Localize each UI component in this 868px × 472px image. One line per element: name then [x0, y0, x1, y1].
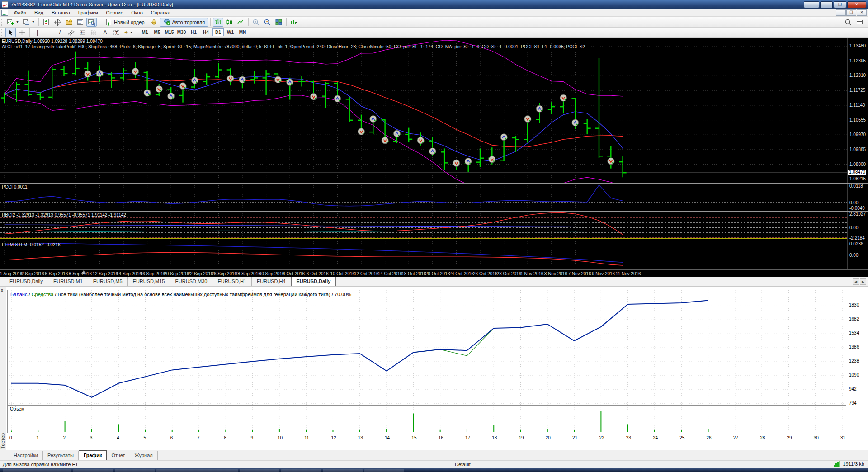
tester-tab-1[interactable]: Настройки — [9, 451, 43, 460]
trade-marker[interactable] — [560, 94, 567, 101]
trade-marker[interactable] — [465, 158, 472, 165]
crosshair-button[interactable] — [17, 28, 27, 37]
new-chart-button[interactable]: ▼ — [5, 18, 20, 27]
tile-windows-button[interactable] — [274, 18, 284, 27]
titlebar-extra-button[interactable] — [804, 1, 819, 8]
timeframe-button-h1[interactable]: H1 — [188, 28, 199, 36]
trade-marker[interactable] — [144, 90, 151, 96]
strategy-tester-button[interactable] — [86, 18, 97, 27]
trade-marker[interactable] — [524, 116, 531, 123]
date-axis[interactable]: 31 Aug 20162 Sep 20166 Sep 20168 Sep 201… — [0, 269, 868, 277]
chart-tab[interactable]: EURUSD,M1 — [48, 277, 88, 286]
tester-tab-4[interactable]: Отчет — [107, 451, 130, 460]
chart-tab[interactable]: EURUSD,Daily — [5, 277, 48, 286]
vertical-line-button[interactable]: | — [32, 28, 42, 37]
data-window-button[interactable] — [52, 18, 63, 27]
trade-marker[interactable] — [85, 71, 91, 77]
menu-item-вид[interactable]: Вид — [30, 9, 47, 16]
text-label-button[interactable]: T — [111, 28, 122, 37]
text-button[interactable]: A — [100, 28, 110, 37]
balance-chart[interactable]: Баланс / Средства / Все тики (наиболее т… — [7, 290, 846, 405]
minimize-button[interactable]: — — [820, 1, 833, 8]
tester-tab-2[interactable]: Результаты — [43, 451, 79, 460]
menu-item-сервис[interactable]: Сервис — [102, 9, 127, 16]
timeframe-button-w1[interactable]: W1 — [225, 28, 236, 36]
fibonacci-button[interactable]: f — [77, 28, 88, 37]
trade-marker[interactable] — [500, 134, 507, 141]
search-button[interactable] — [843, 18, 854, 27]
trade-marker[interactable] — [393, 130, 400, 137]
menu-item-справка[interactable]: Справка — [147, 9, 175, 16]
chart-tab[interactable]: EURUSD,Daily — [291, 277, 336, 286]
zoom-in-button[interactable] — [251, 18, 261, 27]
trade-marker[interactable] — [239, 76, 246, 83]
chart-tab[interactable]: EURUSD,M5 — [88, 277, 128, 286]
trade-marker[interactable] — [334, 95, 341, 102]
trade-marker[interactable] — [358, 128, 365, 135]
menu-item-графики[interactable]: Графики — [74, 9, 102, 16]
chart-tab[interactable]: EURUSD,M30 — [170, 277, 212, 286]
pcci-indicator-panel[interactable]: PCCI 0.0011 0.01180.00-0.0049 — [0, 184, 868, 211]
trade-marker[interactable] — [96, 70, 103, 77]
layout-button[interactable] — [854, 18, 865, 27]
trade-marker[interactable] — [608, 158, 614, 165]
trade-marker[interactable] — [382, 137, 388, 144]
profiles-button[interactable]: ▼ — [21, 18, 36, 27]
child-minimize-button[interactable]: ▁ — [836, 9, 846, 16]
chart-tab[interactable]: EURUSD,H4 — [252, 277, 291, 286]
trendline-button[interactable]: / — [55, 28, 65, 37]
child-close-button[interactable]: ✕ — [857, 9, 867, 16]
indicators-button[interactable] — [289, 18, 299, 27]
rbci2-indicator-panel[interactable]: RBCI2 -1.32913 -1.32913 0.95571 -0.95571… — [0, 212, 868, 241]
windows-taskbar[interactable] — [0, 468, 868, 472]
menu-item-окно[interactable]: Окно — [127, 9, 147, 16]
timeframe-button-h4[interactable]: H4 — [200, 28, 212, 36]
volume-chart[interactable]: Объем — [7, 405, 846, 433]
chart-bars-button[interactable] — [213, 18, 223, 27]
trade-marker[interactable] — [191, 77, 198, 84]
chart-tab[interactable]: EURUSD,M15 — [128, 277, 170, 286]
trade-marker[interactable] — [168, 93, 175, 99]
timeframe-button-d1[interactable]: D1 — [212, 28, 224, 36]
trade-marker[interactable] — [287, 79, 293, 85]
zoom-out-button[interactable] — [262, 18, 273, 27]
chart-window[interactable]: EURUSD,Daily 1.08920 1.09228 1.08299 1.0… — [0, 38, 868, 277]
cursor-button[interactable] — [5, 28, 16, 37]
trade-marker[interactable] — [572, 119, 579, 126]
main-chart-panel[interactable]: EURUSD,Daily 1.08920 1.09228 1.08299 1.0… — [0, 38, 868, 183]
chart-line-button[interactable] — [236, 18, 246, 27]
tester-tab-5[interactable]: Журнал — [130, 451, 158, 460]
timeframe-button-mn[interactable]: MN — [237, 28, 248, 36]
ftlm-stlm-indicator-panel[interactable]: FTLM-STLM -0.0152 -0.0216 0.02360.00 — [0, 241, 868, 269]
timeframe-button-m1[interactable]: M1 — [139, 28, 151, 36]
menu-item-вставка[interactable]: Вставка — [47, 9, 74, 16]
market-watch-button[interactable] — [41, 18, 52, 27]
trade-marker[interactable] — [489, 156, 495, 163]
chart-doc-icon[interactable] — [1, 10, 8, 16]
navigator-button[interactable] — [64, 18, 74, 27]
trade-marker[interactable] — [274, 76, 281, 83]
trade-marker[interactable] — [417, 137, 424, 144]
new-order-button[interactable]: Новый ордер — [102, 18, 148, 27]
channel-button[interactable] — [66, 28, 76, 37]
close-button[interactable]: ✕ — [847, 1, 866, 8]
tabs-scroll-right-button[interactable]: ▶ — [860, 278, 866, 285]
trade-marker[interactable] — [370, 116, 377, 123]
chart-tab[interactable]: EURUSD,H1 — [212, 277, 252, 286]
trade-marker[interactable] — [179, 83, 186, 90]
trade-marker[interactable] — [156, 86, 162, 93]
tester-tab-3[interactable]: График — [79, 450, 107, 460]
trade-marker[interactable] — [227, 75, 234, 82]
trade-marker[interactable] — [310, 93, 317, 100]
tabs-scroll-left-button[interactable]: ◀ — [853, 278, 859, 285]
timeframe-button-m30[interactable]: M30 — [176, 28, 187, 36]
child-restore-button[interactable]: ❐ — [846, 9, 856, 16]
timeframe-button-m15[interactable]: M15 — [164, 28, 175, 36]
gann-grid-button[interactable] — [89, 28, 99, 37]
menu-item-файл[interactable]: Файл — [10, 9, 30, 16]
arrow-shapes-button[interactable]: ✦ ▼ — [123, 28, 134, 37]
horizontal-line-button[interactable]: — — [43, 28, 54, 37]
terminal-button[interactable] — [75, 18, 85, 27]
timeframe-button-m5[interactable]: M5 — [151, 28, 163, 36]
maximize-button[interactable]: ❐ — [834, 1, 846, 8]
